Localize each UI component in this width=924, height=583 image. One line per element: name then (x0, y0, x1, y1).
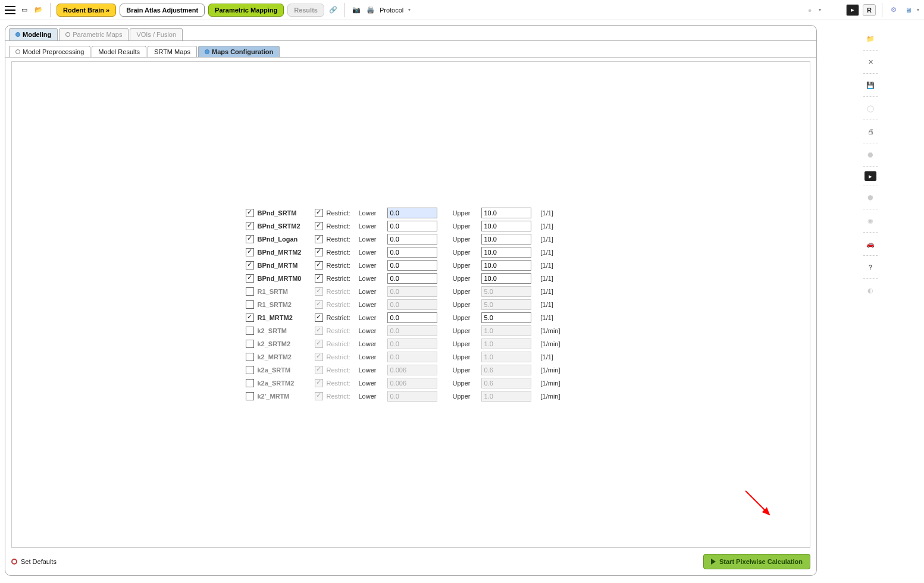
upper-label: Upper (453, 209, 478, 217)
help-icon[interactable]: ? (863, 261, 878, 274)
restrict-checkbox[interactable] (315, 222, 323, 230)
chevron-down-icon[interactable]: ▾ (408, 7, 411, 12)
protocol-icon[interactable]: 🖨️ (365, 5, 376, 15)
lower-input[interactable] (387, 234, 437, 245)
tab-label: Modeling (23, 31, 51, 38)
target-icon (11, 559, 17, 565)
lower-input[interactable] (387, 208, 437, 218)
param-enable-checkbox[interactable] (246, 366, 254, 374)
param-row: BPnd_LoganRestrict:LowerUpper[1/1] (246, 233, 577, 246)
upper-label: Upper (453, 340, 478, 347)
monitor-icon[interactable]: 🖥 (903, 5, 913, 15)
lower-input[interactable] (387, 273, 437, 284)
printer-icon[interactable]: 🖨 (863, 125, 878, 138)
restrict-checkbox[interactable] (315, 314, 323, 322)
lower-input[interactable] (387, 312, 437, 323)
disk-icon[interactable]: 💾 (863, 79, 878, 92)
folder-icon[interactable]: 📁 (863, 32, 878, 45)
main-tab-vois-fusion[interactable]: VOIs / Fusion (130, 28, 183, 40)
params-area: BPnd_SRTMRestrict:LowerUpper[1/1]BPnd_SR… (11, 61, 810, 548)
main-toolbar: ▭ 📂 Rodent Brain » Brain Atlas Adjustmen… (0, 0, 924, 20)
upper-input (481, 365, 531, 375)
circle-icon[interactable]: ◯ (863, 102, 878, 115)
shield-icon[interactable]: ⬣ (863, 148, 878, 161)
sub-tab-model-preprocessing[interactable]: Model Preprocessing (9, 46, 90, 57)
subtab-label: SRTM Maps (154, 48, 190, 55)
lower-input[interactable] (387, 247, 437, 258)
param-enable-checkbox[interactable] (246, 392, 254, 400)
upper-input[interactable] (481, 247, 531, 258)
param-enable-checkbox[interactable] (246, 314, 254, 322)
terminal-icon[interactable]: ▸ (865, 171, 876, 181)
param-enable-checkbox[interactable] (246, 235, 254, 243)
parametric-mapping-button[interactable]: Parametric Mapping (208, 4, 284, 17)
restrict-checkbox[interactable] (315, 248, 323, 256)
param-enable-checkbox[interactable] (246, 248, 254, 256)
param-enable-checkbox[interactable] (246, 379, 254, 387)
start-pixelwise-button[interactable]: Start Pixelwise Calculation (703, 554, 810, 569)
param-enable-checkbox[interactable] (246, 353, 254, 361)
lower-input[interactable] (387, 260, 437, 271)
link-icon[interactable]: 🔗 (328, 5, 339, 15)
chevron-down-icon[interactable]: ▾ (819, 7, 821, 12)
protocol-label: Protocol (380, 7, 403, 14)
param-enable-checkbox[interactable] (246, 327, 254, 335)
r-console-button[interactable]: R (863, 4, 876, 16)
restrict-label: Restrict: (327, 275, 355, 282)
close-icon[interactable]: ✕ (863, 55, 878, 68)
badge-icon[interactable]: ⬢ (863, 191, 878, 204)
upper-input[interactable] (481, 260, 531, 271)
param-row: R1_SRTMRestrict:LowerUpper[1/1] (246, 286, 577, 298)
lower-label: Lower (359, 262, 384, 269)
minimize-icon[interactable]: ▭ (19, 5, 30, 15)
main-tab-parametric-maps[interactable]: Parametric Maps (59, 28, 129, 40)
param-row: k2a_SRTMRestrict:LowerUpper[1/min] (246, 364, 577, 377)
restrict-label: Restrict: (327, 249, 355, 256)
dot-icon[interactable]: ◉ (863, 214, 878, 227)
sub-tab-srtm-maps[interactable]: SRTM Maps (148, 46, 197, 57)
param-enable-checkbox[interactable] (246, 300, 254, 309)
contrast-icon[interactable]: ◐ (863, 284, 878, 297)
param-name-label: BPnd_SRTM2 (258, 222, 311, 230)
terminal-icon[interactable]: ▸ (846, 4, 859, 16)
param-enable-checkbox[interactable] (246, 209, 254, 217)
chevron-down-icon[interactable]: ▾ (917, 7, 919, 12)
set-defaults-button[interactable]: Set Defaults (11, 558, 57, 565)
rodent-brain-button[interactable]: Rodent Brain » (57, 4, 116, 17)
param-enable-checkbox[interactable] (246, 287, 254, 296)
menu-icon[interactable] (5, 6, 15, 14)
upper-input[interactable] (481, 312, 531, 323)
upper-input[interactable] (481, 234, 531, 245)
restrict-checkbox (315, 379, 323, 387)
restrict-checkbox[interactable] (315, 261, 323, 269)
lower-label: Lower (359, 209, 384, 217)
upper-input[interactable] (481, 221, 531, 231)
unit-label: [1/1] (541, 249, 577, 256)
vehicle-icon[interactable]: 🚗 (863, 237, 878, 250)
sub-tab-maps-configuration[interactable]: Maps Configuration (198, 46, 280, 57)
restrict-checkbox[interactable] (315, 209, 323, 217)
param-enable-checkbox[interactable] (246, 261, 254, 269)
main-tab-modeling[interactable]: Modeling (9, 28, 58, 40)
param-row: R1_SRTM2Restrict:LowerUpper[1/1] (246, 299, 577, 311)
param-row: R1_MRTM2Restrict:LowerUpper[1/1] (246, 312, 577, 324)
open-icon[interactable]: 📂 (33, 5, 44, 15)
unit-label: [1/1] (541, 288, 577, 295)
restrict-checkbox[interactable] (315, 274, 323, 283)
param-enable-checkbox[interactable] (246, 222, 254, 230)
restrict-checkbox[interactable] (315, 235, 323, 243)
right-toolbar: 📁 ✕ 💾 ◯ 🖨 ⬣ ▸ ⬢ ◉ 🚗 ? ◐ (817, 25, 924, 576)
param-enable-checkbox[interactable] (246, 340, 254, 348)
components-icon[interactable]: ⚙ (888, 5, 899, 15)
brain-atlas-button[interactable]: Brain Atlas Adjustment (120, 4, 205, 17)
tab-indicator-icon (205, 49, 209, 54)
param-table: BPnd_SRTMRestrict:LowerUpper[1/1]BPnd_SR… (246, 207, 577, 403)
lower-input[interactable] (387, 221, 437, 231)
unit-label: [1/min] (541, 393, 577, 400)
upper-input[interactable] (481, 208, 531, 218)
lower-label: Lower (359, 301, 384, 308)
camera-icon[interactable]: 📷 (351, 5, 362, 15)
sub-tab-model-results[interactable]: Model Results (92, 46, 146, 57)
upper-input[interactable] (481, 273, 531, 284)
param-enable-checkbox[interactable] (246, 274, 254, 283)
